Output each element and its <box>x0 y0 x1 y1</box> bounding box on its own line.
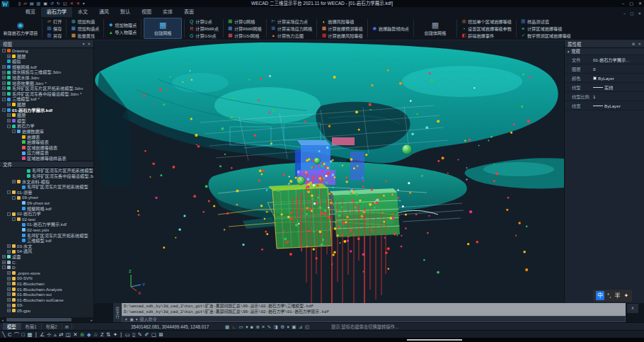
tree-item[interactable]: 区域岩爆等级表 <box>0 145 93 151</box>
angle-tool-icon[interactable]: ∠ <box>40 331 45 338</box>
panel-close-icon[interactable]: ✕ <box>87 42 91 46</box>
minimize-button[interactable]: − <box>622 0 625 7</box>
z-order-tool-icon[interactable]: Z <box>100 331 104 338</box>
tree-expand-icon[interactable]: - <box>12 196 16 200</box>
panel-pin-icon[interactable]: ▾ <box>83 42 85 46</box>
close-button[interactable]: ✕ <box>638 0 642 7</box>
tree-item[interactable]: +模型 <box>0 118 93 124</box>
maximize-button[interactable]: ▢ <box>629 0 633 7</box>
3d-viewport[interactable]: Z Y X <box>94 40 564 303</box>
hatch-tool-icon[interactable]: ▦ <box>28 331 33 338</box>
rockburst-trend-point-button[interactable]: ◉岩爆趋势倾向点 <box>370 25 411 32</box>
calc-gsi-grid-button[interactable]: ▦计算GSI网格 <box>226 32 264 39</box>
tree-item[interactable]: -岩石力学 <box>0 123 93 129</box>
tree-item[interactable]: +规整网格.kdf <box>0 64 93 70</box>
tree-item[interactable]: +01-Blockchain-sui <box>0 292 93 297</box>
scroll-right-icon[interactable]: ▸ <box>89 318 94 322</box>
tree-item[interactable]: 毛坪矿区河东片区开拓系统模型 <box>0 233 93 239</box>
tree-expand-icon[interactable]: + <box>2 255 6 258</box>
tree-expand-icon[interactable]: + <box>12 180 16 183</box>
ime-punctuation[interactable]: °, <box>606 291 611 300</box>
scrollbar-thumb[interactable] <box>6 318 71 321</box>
block-tool-icon[interactable]: ▯ <box>132 331 135 338</box>
property-value[interactable]: 0 <box>593 67 644 72</box>
properties-section-header[interactable]: ▪ 常规 <box>565 48 644 55</box>
tree-item[interactable]: 01-岩石力学展示.kdf <box>0 222 93 227</box>
command-caret-icon[interactable]: ▾ <box>136 317 138 321</box>
grid-toggle-icon[interactable]: ▦ <box>225 324 229 330</box>
perpendicular-tool-icon[interactable]: ⊹ <box>47 331 51 338</box>
annotate-tool-icon[interactable]: ✐ <box>144 331 149 338</box>
tree-item[interactable]: +05-gpu <box>0 308 93 314</box>
tree-item[interactable]: +01-Blockchain <box>0 281 93 287</box>
rotate-tool-icon[interactable]: ⊛ <box>80 331 84 338</box>
tree-item[interactable]: -01-测量 <box>0 190 93 195</box>
tree-item[interactable]: -岩爆数据库 <box>0 129 93 135</box>
tree-expand-icon[interactable]: - <box>7 190 11 194</box>
doc-close-button[interactable]: ✕ <box>638 11 641 16</box>
tree-expand-icon[interactable]: - <box>2 49 6 52</box>
tree-item[interactable]: +01-Blockchain-suiGame <box>0 297 93 303</box>
tree-item[interactable]: 毛坪矿区河东各中段巷道模型.3dm <box>0 173 93 179</box>
command-close-icon[interactable]: ✕ <box>125 317 128 321</box>
tree-item[interactable]: -01-岩石力学展示.kdf <box>0 108 93 113</box>
tree-item[interactable]: +图层 <box>0 113 93 118</box>
calc-q-point-button[interactable]: Q计算Q点 <box>187 18 221 25</box>
maximize-view-icon[interactable]: ◱ <box>305 324 309 330</box>
tree-item[interactable]: +图层 <box>0 102 93 108</box>
tree-expand-icon[interactable]: + <box>7 113 11 117</box>
tree-expand-icon[interactable]: - <box>2 98 6 101</box>
tree-expand-icon[interactable]: + <box>7 298 11 302</box>
tree-item[interactable]: +04-通风 <box>0 249 93 254</box>
calc-region-rockburst-level-button[interactable]: ≡计算区域岩爆等级 <box>519 25 573 32</box>
erase-tool-icon[interactable]: ✕ <box>73 331 77 338</box>
tree-horizontal-scrollbar[interactable]: ◂ ▸ <box>0 317 94 322</box>
scroll-left-icon[interactable]: ◂ <box>0 318 5 322</box>
create-mesh-button[interactable]: ▦创建网格 <box>144 18 182 39</box>
calc-rockburst-predict-level-button[interactable]: ▦计算岩爆预测等级 <box>319 25 365 32</box>
menu-tab-默认[interactable]: 默认 <box>115 7 136 17</box>
array-tool-icon[interactable]: ◫ <box>66 331 71 338</box>
tree-item[interactable]: +00-SVN <box>0 275 93 281</box>
save-button[interactable]: ▤保存 <box>45 25 64 32</box>
tree-expand-icon[interactable]: - <box>7 125 11 128</box>
menu-tab-通风[interactable]: 通风 <box>93 7 115 17</box>
create-volume-mesh-button[interactable]: ▦创建体网格 <box>416 18 454 39</box>
tree-expand-icon[interactable]: + <box>2 261 6 264</box>
batch-properties-button[interactable]: ▦批量属性 <box>69 32 101 39</box>
tree-expand-icon[interactable]: - <box>2 108 6 112</box>
calc-rockburst-risk-level-button[interactable]: ▦计算岩爆风险等级 <box>319 32 365 39</box>
tree-expand-icon[interactable]: - <box>12 217 16 221</box>
command-panel-tab[interactable]: 命令行 <box>113 303 122 322</box>
linetype-icon[interactable]: ≡ <box>262 324 265 329</box>
property-value[interactable]: ByLayer <box>593 103 644 108</box>
property-value[interactable]: ByLayer <box>593 76 644 81</box>
region-tool-icon[interactable]: ▢ <box>151 331 156 338</box>
tree-expand-icon[interactable]: + <box>2 65 6 69</box>
new-rock-project-button[interactable]: ◉新建岩石力学项目 <box>1 18 40 39</box>
tree-expand-icon[interactable]: + <box>2 92 6 96</box>
explode-tool-icon[interactable]: ⊠ <box>159 331 163 338</box>
rect-tool-icon[interactable]: □ <box>22 331 25 338</box>
tree-item[interactable]: 规整网格.kdf <box>0 206 93 212</box>
tree-expand-icon[interactable]: + <box>7 282 11 285</box>
tree-item[interactable]: +桌面 <box>0 254 93 260</box>
point-tool-icon[interactable]: ◆ <box>87 331 91 338</box>
tree-item[interactable]: +03-水文 <box>0 244 93 249</box>
tree-expand-icon[interactable]: + <box>7 103 11 106</box>
tree-expand-icon[interactable]: + <box>7 292 11 296</box>
tree-item[interactable]: 09-yhwz.wz <box>0 200 93 206</box>
tree-item[interactable]: +图层 <box>0 54 93 59</box>
calc-q-grid-button[interactable]: ▦计算Q网格 <box>226 18 264 25</box>
box-mode-icon[interactable]: ◨ <box>274 324 278 330</box>
tree-expand-icon[interactable]: + <box>2 86 6 90</box>
tree-item[interactable]: +水文资料-模拟 <box>0 179 93 185</box>
add-structure-button[interactable]: ◍增加构造 <box>69 18 101 25</box>
calc-rmr-grid-button[interactable]: ▦计算RMR网格 <box>226 25 264 32</box>
properties-close-icon[interactable]: ✕ <box>638 42 641 46</box>
tree-expand-icon[interactable]: + <box>7 309 11 312</box>
mirror-tool-icon[interactable]: ⇄ <box>59 331 63 338</box>
menu-tab-表面[interactable]: 表面 <box>178 7 200 17</box>
rockburst-risk-level-button[interactable]: ◐岩爆风险等级 <box>319 18 365 25</box>
tree-item[interactable]: +毛坪矿区河东各中段巷道模型.3dm * <box>0 91 93 97</box>
